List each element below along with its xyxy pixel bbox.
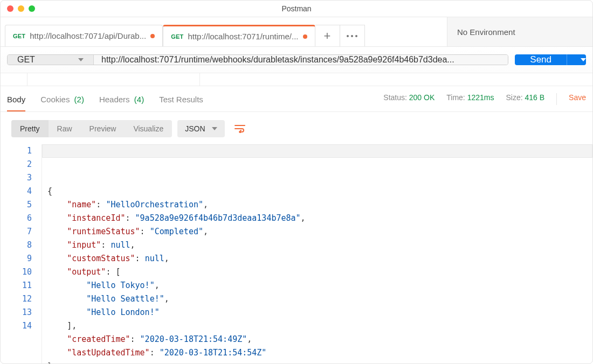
request-url-text: http://localhost:7071/runtime/webhooks/d… bbox=[101, 55, 454, 65]
titlebar: Postman bbox=[1, 1, 592, 17]
time-meta: Time: 1221ms bbox=[446, 93, 494, 105]
chevron-down-icon bbox=[78, 58, 84, 61]
status-label: Status: bbox=[383, 93, 407, 102]
method-url-group: GET http://localhost:7071/runtime/webhoo… bbox=[7, 54, 508, 65]
body-view-toolbar: Pretty Raw Preview Visualize JSON bbox=[1, 112, 592, 144]
size-meta: Size: 416 B bbox=[506, 93, 544, 105]
ellipsis-icon bbox=[347, 35, 349, 37]
ellipsis-icon bbox=[351, 35, 353, 37]
request-tab-1-method: GET bbox=[171, 33, 183, 40]
view-mode-pretty[interactable]: Pretty bbox=[11, 120, 49, 137]
request-tab-0-method: GET bbox=[13, 33, 25, 39]
send-options-button[interactable] bbox=[567, 54, 586, 65]
request-tabs-row: GET http://localhost:7071/api/Durab... G… bbox=[1, 17, 592, 47]
response-tab-headers[interactable]: Headers (4) bbox=[99, 92, 144, 111]
response-section-tabs: Body Cookies (2) Headers (4) Test Result… bbox=[1, 86, 592, 112]
request-builder: GET http://localhost:7071/runtime/webhoo… bbox=[1, 47, 592, 73]
body-format-value: JSON bbox=[185, 124, 205, 133]
request-tab-0[interactable]: GET http://localhost:7071/api/Durab... bbox=[5, 25, 163, 46]
size-value: 416 B bbox=[525, 93, 544, 102]
environment-selector[interactable]: No Environment bbox=[447, 17, 592, 46]
response-tab-headers-label: Headers bbox=[99, 95, 130, 104]
close-window-button[interactable] bbox=[7, 5, 13, 12]
request-tab-1[interactable]: GET http://localhost:7071/runtime/... bbox=[163, 25, 315, 46]
current-line-highlight bbox=[42, 144, 592, 158]
zoom-window-button[interactable] bbox=[29, 5, 35, 12]
chevron-down-icon bbox=[581, 58, 586, 61]
request-url-input[interactable]: http://localhost:7071/runtime/webhooks/d… bbox=[94, 55, 508, 65]
chevron-down-icon bbox=[212, 127, 217, 130]
separator bbox=[556, 93, 557, 105]
wrap-icon bbox=[235, 124, 245, 133]
minimize-window-button[interactable] bbox=[18, 5, 24, 12]
response-meta: Status: 200 OK Time: 1221ms Size: 416 B … bbox=[383, 93, 586, 110]
more-tabs-button[interactable] bbox=[340, 25, 365, 46]
request-tab-1-label: http://localhost:7071/runtime/... bbox=[188, 32, 298, 41]
body-format-select[interactable]: JSON bbox=[177, 120, 224, 137]
view-mode-visualize[interactable]: Visualize bbox=[125, 120, 172, 137]
params-row-collapsed bbox=[1, 73, 592, 86]
response-body-code: { "name": "HelloOrchestration", "instanc… bbox=[42, 144, 592, 364]
http-method-value: GET bbox=[17, 55, 35, 65]
ellipsis-icon bbox=[355, 35, 357, 37]
view-mode-segment: Pretty Raw Preview Visualize bbox=[11, 120, 172, 137]
request-tab-0-label: http://localhost:7071/api/Durab... bbox=[30, 31, 146, 40]
response-body-viewer[interactable]: 1234567891011121314 { "name": "HelloOrch… bbox=[1, 144, 592, 364]
headers-count-badge: (4) bbox=[134, 95, 144, 104]
response-tab-cookies-label: Cookies bbox=[40, 95, 70, 104]
http-method-select[interactable]: GET bbox=[8, 55, 94, 65]
time-value: 1221ms bbox=[467, 93, 494, 102]
view-mode-preview[interactable]: Preview bbox=[81, 120, 125, 137]
view-mode-raw[interactable]: Raw bbox=[49, 120, 81, 137]
unsaved-dot-icon bbox=[303, 34, 307, 39]
send-button[interactable]: Send bbox=[515, 54, 567, 65]
save-response-button[interactable]: Save bbox=[569, 93, 586, 105]
response-tab-cookies[interactable]: Cookies (2) bbox=[40, 92, 84, 111]
window-controls bbox=[1, 5, 35, 12]
new-tab-button[interactable]: + bbox=[315, 25, 340, 46]
cookies-count-badge: (2) bbox=[74, 95, 84, 104]
time-label: Time: bbox=[446, 93, 465, 102]
response-tab-testresults[interactable]: Test Results bbox=[159, 92, 203, 111]
status-meta: Status: 200 OK bbox=[383, 93, 435, 105]
size-label: Size: bbox=[506, 93, 522, 102]
send-group: Send bbox=[515, 54, 586, 65]
environment-label: No Environment bbox=[457, 27, 515, 37]
response-tab-body[interactable]: Body bbox=[7, 92, 25, 111]
status-value: 200 OK bbox=[409, 93, 435, 102]
unsaved-dot-icon bbox=[150, 34, 155, 38]
window-title: Postman bbox=[1, 4, 592, 13]
wrap-lines-toggle[interactable] bbox=[230, 120, 250, 138]
line-number-gutter: 1234567891011121314 bbox=[5, 144, 42, 364]
